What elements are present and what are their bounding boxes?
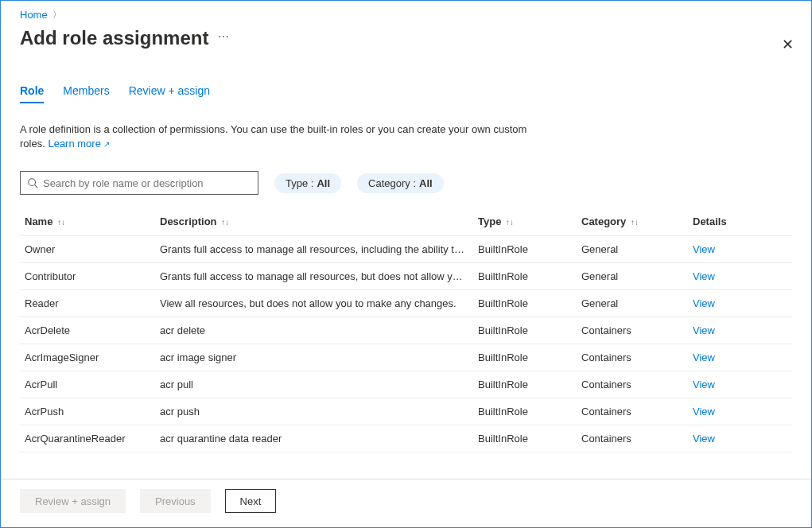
cell-name: AcrDelete <box>20 317 155 344</box>
tab-role[interactable]: Role <box>20 84 44 103</box>
cell-description: acr quarantine data reader <box>155 425 473 452</box>
view-details-link[interactable]: View <box>693 406 715 417</box>
tab-members[interactable]: Members <box>63 84 109 103</box>
table-row[interactable]: AcrPushacr pushBuiltInRoleContainersView <box>20 398 792 425</box>
cell-description: acr delete <box>155 317 473 344</box>
cell-description: Grants full access to manage all resourc… <box>155 263 473 290</box>
table-row[interactable]: AcrPullacr pullBuiltInRoleContainersView <box>20 371 792 398</box>
view-details-link[interactable]: View <box>693 270 715 282</box>
cell-name: Owner <box>20 236 155 263</box>
cell-type: BuiltInRole <box>473 344 577 371</box>
cell-description: acr quarantine data writer <box>155 452 473 463</box>
cell-category: Containers <box>577 398 688 425</box>
main-scroll-region[interactable]: Home 〉 Add role assignment ⋯ ✕ Role Memb… <box>1 1 811 462</box>
cell-category: Containers <box>577 317 688 344</box>
next-button[interactable]: Next <box>225 489 277 513</box>
cell-category: Containers <box>577 344 688 371</box>
view-details-link[interactable]: View <box>693 379 715 390</box>
previous-button: Previous <box>140 489 211 513</box>
view-details-link[interactable]: View <box>693 243 715 255</box>
view-details-link[interactable]: View <box>693 433 715 445</box>
tab-bar: Role Members Review + assign <box>20 84 792 103</box>
cell-type: BuiltInRole <box>473 263 577 290</box>
cell-category: General <box>577 263 688 290</box>
cell-type: BuiltInRole <box>473 425 577 452</box>
horizontal-scrollbar[interactable] <box>1 521 811 528</box>
view-details-link[interactable]: View <box>693 460 715 462</box>
roles-table: Name ↑↓ Description ↑↓ Type ↑↓ Category … <box>20 209 792 462</box>
cell-category: General <box>577 290 688 317</box>
cell-type: BuiltInRole <box>473 398 577 425</box>
table-row[interactable]: AcrDeleteacr deleteBuiltInRoleContainers… <box>20 317 792 344</box>
svg-point-0 <box>29 179 36 186</box>
table-row[interactable]: ReaderView all resources, but does not a… <box>20 290 792 317</box>
footer-action-bar: Review + assign Previous Next <box>1 479 811 527</box>
view-details-link[interactable]: View <box>693 297 715 309</box>
svg-line-1 <box>35 185 38 188</box>
cell-name: AcrPull <box>20 371 155 398</box>
cell-description: acr pull <box>155 371 473 398</box>
cell-name: AcrImageSigner <box>20 344 155 371</box>
cell-description: acr push <box>155 398 473 425</box>
cell-category: Containers <box>577 425 688 452</box>
cell-category: Containers <box>577 452 688 463</box>
table-row[interactable]: AcrQuarantineWriteracr quarantine data w… <box>20 452 792 463</box>
cell-type: BuiltInRole <box>473 371 577 398</box>
review-assign-button: Review + assign <box>20 489 126 513</box>
column-header-description[interactable]: Description ↑↓ <box>155 209 473 236</box>
breadcrumb: Home 〉 <box>20 9 792 21</box>
table-row[interactable]: AcrImageSigneracr image signerBuiltInRol… <box>20 344 792 371</box>
learn-more-link[interactable]: Learn more ↗ <box>48 138 109 149</box>
filter-category[interactable]: Category : All <box>357 173 444 193</box>
column-header-type[interactable]: Type ↑↓ <box>473 209 577 236</box>
cell-name: AcrPush <box>20 398 155 425</box>
search-input[interactable] <box>43 177 251 189</box>
chevron-right-icon: 〉 <box>52 9 61 21</box>
tab-review-assign[interactable]: Review + assign <box>129 84 210 103</box>
cell-name: Contributor <box>20 263 155 290</box>
filter-type[interactable]: Type : All <box>274 173 341 193</box>
cell-name: Reader <box>20 290 155 317</box>
table-row[interactable]: AcrQuarantineReaderacr quarantine data r… <box>20 425 792 452</box>
search-icon <box>27 177 38 188</box>
cell-type: BuiltInRole <box>473 236 577 263</box>
search-input-wrapper[interactable] <box>20 171 258 195</box>
cell-category: Containers <box>577 371 688 398</box>
cell-description: acr image signer <box>155 344 473 371</box>
cell-category: General <box>577 236 688 263</box>
cell-name: AcrQuarantineWriter <box>20 452 155 463</box>
cell-description: Grants full access to manage all resourc… <box>155 236 473 263</box>
view-details-link[interactable]: View <box>693 324 715 336</box>
cell-type: BuiltInRole <box>473 317 577 344</box>
breadcrumb-home-link[interactable]: Home <box>20 9 48 21</box>
cell-name: AcrQuarantineReader <box>20 425 155 452</box>
table-row[interactable]: ContributorGrants full access to manage … <box>20 263 792 290</box>
cell-type: BuiltInRole <box>473 452 577 463</box>
column-header-details: Details <box>688 209 792 236</box>
description-text: A role definition is a collection of per… <box>20 122 529 152</box>
cell-description: View all resources, but does not allow y… <box>155 290 473 317</box>
close-icon[interactable]: ✕ <box>782 36 794 53</box>
external-link-icon: ↗ <box>101 140 110 149</box>
column-header-name[interactable]: Name ↑↓ <box>20 209 155 236</box>
table-row[interactable]: OwnerGrants full access to manage all re… <box>20 236 792 263</box>
view-details-link[interactable]: View <box>693 351 715 363</box>
cell-type: BuiltInRole <box>473 290 577 317</box>
page-title: Add role assignment <box>20 27 208 49</box>
column-header-category[interactable]: Category ↑↓ <box>577 209 688 236</box>
more-actions-button[interactable]: ⋯ <box>218 30 230 43</box>
